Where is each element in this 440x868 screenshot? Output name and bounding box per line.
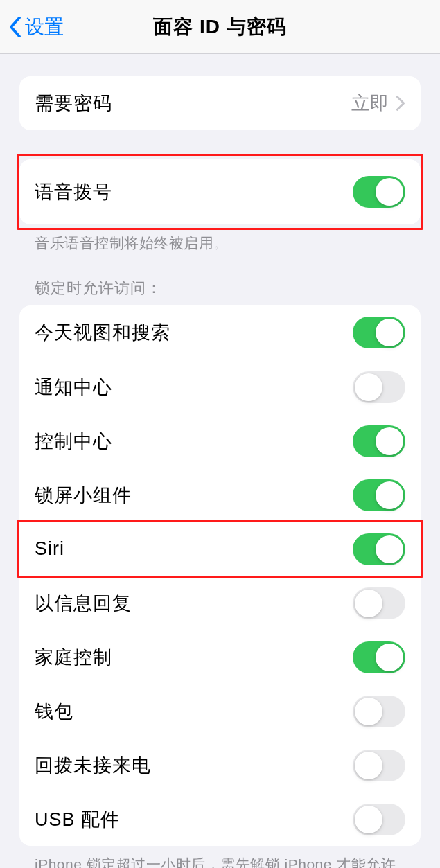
lock-access-toggle[interactable]	[353, 804, 405, 835]
lock-access-toggle[interactable]	[353, 696, 405, 727]
lock-access-toggle[interactable]	[353, 479, 405, 511]
page-title: 面容 ID 与密码	[153, 14, 287, 40]
back-label: 设置	[25, 14, 64, 40]
require-passcode-row[interactable]: 需要密码 立即	[19, 76, 421, 130]
lock-access-label: USB 配件	[35, 807, 120, 832]
lock-access-toggle[interactable]	[353, 425, 405, 457]
lock-access-label: 以信息回复	[35, 591, 132, 616]
lock-access-label: 锁屏小组件	[35, 483, 132, 508]
lock-access-label: 控制中心	[35, 429, 112, 454]
navbar: 设置 面容 ID 与密码	[0, 0, 440, 54]
lock-access-row: 钱包	[19, 684, 421, 738]
lock-access-group: 今天视图和搜索通知中心控制中心锁屏小组件Siri以信息回复家庭控制钱包回拨未接来…	[19, 305, 421, 846]
lock-access-row: 今天视图和搜索	[19, 305, 421, 360]
voice-dial-footer: 音乐语音控制将始终被启用。	[19, 224, 421, 253]
lock-access-row: 通知中心	[19, 360, 421, 414]
lock-access-row: 控制中心	[19, 414, 421, 468]
lock-access-row: 家庭控制	[19, 630, 421, 684]
lock-access-label: 通知中心	[35, 375, 112, 400]
require-passcode-label: 需要密码	[35, 91, 112, 116]
lock-access-toggle[interactable]	[353, 750, 405, 781]
usb-footer: iPhone 锁定超过一小时后，需先解锁 iPhone 才能允许 USB 配件连…	[19, 846, 421, 868]
voice-dial-toggle[interactable]	[353, 176, 405, 208]
lock-access-row: USB 配件	[19, 792, 421, 846]
lock-access-row: 以信息回复	[19, 576, 421, 630]
voice-dial-label: 语音拨号	[35, 179, 112, 204]
require-passcode-group: 需要密码 立即	[19, 76, 421, 130]
require-passcode-value: 立即	[351, 91, 389, 116]
lock-access-label: Siri	[35, 538, 64, 560]
lock-access-label: 回拨未接来电	[35, 753, 151, 778]
lock-access-label: 家庭控制	[35, 645, 112, 670]
lock-access-toggle[interactable]	[353, 371, 405, 403]
lock-access-row: 锁屏小组件	[19, 468, 421, 522]
lock-access-label: 今天视图和搜索	[35, 320, 170, 345]
chevron-right-icon	[396, 95, 405, 112]
lock-access-toggle[interactable]	[353, 317, 405, 348]
lock-access-label: 钱包	[35, 699, 73, 724]
lock-access-toggle[interactable]	[353, 533, 405, 565]
lock-access-header: 锁定时允许访问：	[19, 253, 421, 305]
voice-dial-row: 语音拨号	[19, 159, 421, 224]
lock-access-row: 回拨未接来电	[19, 738, 421, 792]
lock-access-toggle[interactable]	[353, 641, 405, 673]
chevron-left-icon	[8, 16, 22, 38]
voice-dial-group: 语音拨号	[19, 159, 421, 224]
lock-access-row: Siri	[19, 522, 421, 576]
lock-access-toggle[interactable]	[353, 587, 405, 619]
back-button[interactable]: 设置	[0, 14, 64, 40]
